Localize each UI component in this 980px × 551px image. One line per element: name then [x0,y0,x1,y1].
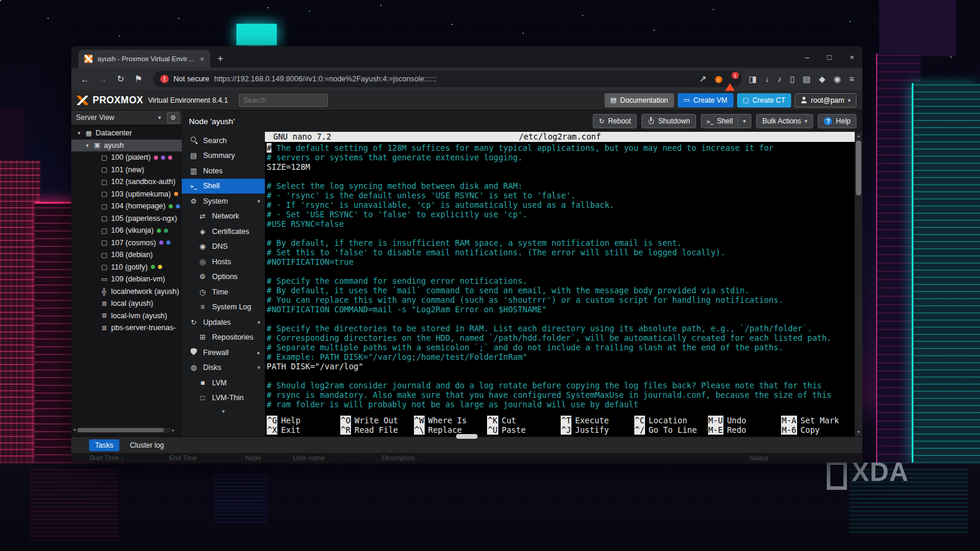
menu-item-dns[interactable]: ◉ DNS [182,239,265,255]
menu-item-notes[interactable]: ▥ Notes [182,163,265,179]
forward-button[interactable]: → [95,71,110,87]
scroll-left-icon[interactable]: ▸ [73,428,75,433]
browser-tab[interactable]: ayush - Proxmox Virtual Environment × [78,50,210,68]
tree-item-ct-103[interactable]: ▢ 103 (uptimekuma) [71,188,182,201]
tree-item-ct-108[interactable]: ▢ 108 (debian) [71,249,182,261]
terminal-line: # Example: PATH_DISK="/var/log;/home/tes… [267,352,855,362]
menu-item-time[interactable]: ◷ Time [182,284,265,300]
side-panel-icon[interactable]: ◨ [749,74,757,84]
chevron-down-icon[interactable]: ▾ [84,142,90,148]
bookmark-icon[interactable]: ⚑ [131,71,146,87]
menu-item-system-log[interactable]: ≡ System Log [182,300,265,315]
tab-close-icon[interactable]: × [200,55,204,64]
tree-horizontal-scrollbar[interactable]: ▸ ▸ [73,427,175,433]
reboot-button[interactable]: ↻ Reboot [593,114,637,128]
vpn-icon[interactable]: ◉ [834,74,841,84]
create-ct-button[interactable]: ▢ Create CT [737,93,792,107]
tab-cluster-log[interactable]: Cluster log [124,439,170,451]
chevron-down-icon[interactable]: ▾ [76,130,82,136]
menu-item-updates[interactable]: ↻ Updates ▾ [182,315,265,330]
column-start-time[interactable]: Start Time ↓ [89,454,169,461]
tree-settings-button[interactable]: ⚙ [167,112,179,124]
leo-ai-icon[interactable]: ◆ [819,74,826,84]
maximize-button[interactable]: □ [827,53,832,62]
menu-item-certificates[interactable]: ◈ Certificates [182,224,265,239]
create-ct-label: Create CT [753,96,785,104]
tree-item-ct-104[interactable]: ▢ 104 (homepage) [71,200,182,213]
nano-shortcut: ^/Go To Line [634,425,708,435]
documentation-button[interactable]: ▤ Documentation [605,93,674,107]
nano-file-path: /etc/log2ram.conf [265,132,855,142]
shell-terminal[interactable]: /etc/log2ram.conf GNU nano 7.2 # The def… [265,132,855,436]
terminal-vertical-scrollbar[interactable]: ▲ ▼ [855,132,862,436]
refresh-button[interactable]: ↻ [113,71,128,87]
tree-item-storage-local[interactable]: ≣ local (ayush) [71,297,182,310]
column-node[interactable]: Node [245,454,293,461]
tree-item-ct-102[interactable]: ▢ 102 (sandbox-auth) [71,176,182,188]
tree-item-vm-109[interactable]: ▭ 109 (debian-vm) [71,273,182,286]
menu-item-network[interactable]: ⇄ Network [182,209,265,224]
menu-item-firewall[interactable]: Firewall ▸ [182,345,265,360]
scroll-down-icon[interactable]: ▼ [856,429,861,435]
tree-item-node-ayush[interactable]: ▾ ▣ ayush [71,140,182,152]
bulk-actions-label: Bulk Actions [762,117,801,125]
bulk-actions-button[interactable]: Bulk Actions ▾ [756,114,813,128]
column-description[interactable]: Description [382,454,750,461]
scrollbar-track[interactable] [77,428,171,433]
menu-item-shell[interactable]: >_ Shell [182,179,265,194]
new-tab-button[interactable]: + [217,53,223,65]
view-selector[interactable]: Server View ▾ [76,113,165,122]
menu-item-summary[interactable]: ▤ Summary [182,148,265,164]
split-view-icon[interactable]: ▯ [790,74,795,84]
menu-scroll-more-icon[interactable]: ▾ [182,408,265,414]
menu-item-lvm-thin[interactable]: □ LVM-Thin [182,391,265,406]
shutdown-button[interactable]: Shutdown [641,114,696,128]
menu-item-options[interactable]: ⚙ Options [182,270,265,285]
tree-item-localnetwork[interactable]: ╬ localnetwork (ayush) [71,286,182,298]
tree-item-datacenter[interactable]: ▾ ▦ Datacenter [71,127,182,140]
tree-item-storage-pbs[interactable]: ≣ pbs-server-truenas- [71,322,182,334]
back-button[interactable]: ← [77,71,93,87]
tab-tasks[interactable]: Tasks [89,439,119,451]
tree-item-ct-106[interactable]: ▢ 106 (vikunja) [71,224,182,237]
user-menu-button[interactable]: root@pam ▾ [795,93,856,107]
brand-text: PROXMOX [93,95,143,106]
scroll-up-icon[interactable]: ▲ [856,133,861,139]
url-field[interactable]: ! Not secure https://192.168.0.149:8006/… [153,71,742,87]
reading-list-icon[interactable]: ▤ [803,74,811,84]
tree-item-ct-100[interactable]: ▢ 100 (pialert) [71,151,182,164]
close-window-button[interactable]: × [849,53,854,62]
terminal-cursor: # [267,143,271,153]
tree-item-ct-105[interactable]: ▢ 105 (paperless-ngx) [71,213,182,225]
share-icon[interactable]: ↗ [696,71,711,87]
tree-item-ct-107[interactable]: ▢ 107 (cosmos) [71,237,182,249]
column-status[interactable]: Status [750,454,862,461]
menu-item-disks[interactable]: ◍ Disks ▾ [182,360,265,376]
panel-resize-handle[interactable] [456,434,478,439]
scrollbar-thumb[interactable] [77,428,164,432]
scroll-right-icon[interactable]: ▸ [172,428,175,433]
help-button[interactable]: ? Help [818,114,856,128]
menu-item-repositories[interactable]: ⊞ Repositories [182,330,265,346]
tree-item-ct-110[interactable]: ▢ 110 (gotify) [71,261,182,274]
create-vm-button[interactable]: ▭ Create VM [678,93,734,107]
menu-icon[interactable]: ≡ [849,74,854,84]
scrollbar-thumb[interactable] [856,141,861,195]
column-user-name[interactable]: User name [293,454,382,461]
column-end-time[interactable]: End Time [169,454,245,461]
cube-icon: ▢ [743,96,749,104]
menu-item-lvm[interactable]: ■ LVM [182,375,265,391]
shell-button[interactable]: >_ Shell ▾ [701,114,752,128]
search-input[interactable] [239,94,328,107]
chevron-down-icon[interactable]: ▾ [743,118,746,124]
security-label: Not secure [173,75,209,83]
menu-item-system[interactable]: ⚙ System ▾ [182,194,265,209]
downloads-icon[interactable]: ↓ [765,74,769,84]
minimize-button[interactable]: – [805,53,809,62]
menu-item-search[interactable]: Search [182,133,265,148]
media-control-icon[interactable]: ♪ [777,74,782,84]
tree-item-storage-local-lvm[interactable]: ≣ local-lvm (ayush) [71,310,182,322]
brave-rewards-button[interactable]: 1 [725,75,735,83]
menu-item-hosts[interactable]: ◎ Hosts [182,254,265,270]
tree-item-ct-101[interactable]: ▢ 101 (new) [71,164,182,176]
